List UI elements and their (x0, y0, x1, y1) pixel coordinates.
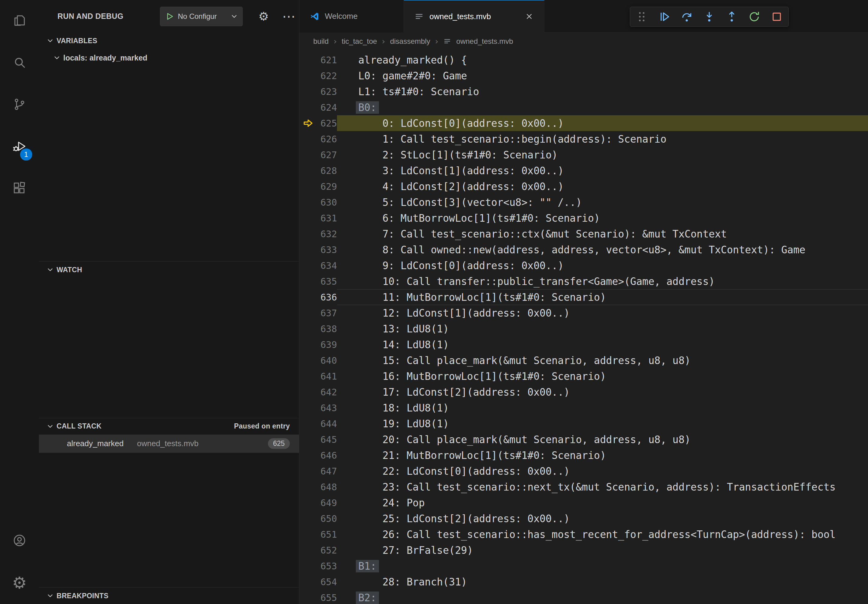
line-text[interactable]: 23: Call test_scenario::next_tx(&mut Sce… (337, 479, 868, 495)
glyph-margin[interactable] (299, 384, 317, 400)
breakpoints-section-header[interactable]: BREAKPOINTS (39, 588, 299, 604)
glyph-margin[interactable] (299, 99, 317, 115)
line-text[interactable]: B1: (337, 558, 868, 574)
line-text[interactable]: 25: LdConst[2](address: 0x00..) (337, 511, 868, 527)
line-text[interactable]: already_marked() { (337, 52, 868, 68)
tab-owned-tests[interactable]: owned_tests.mvb (404, 0, 544, 33)
glyph-margin[interactable] (299, 574, 317, 590)
activity-bar-item-source-control[interactable] (0, 84, 39, 126)
debug-current-line-arrow-icon[interactable] (299, 115, 317, 131)
line-text[interactable]: 7: Call test_scenario::ctx(&mut Scenario… (337, 226, 868, 242)
glyph-margin[interactable] (299, 448, 317, 463)
glyph-margin[interactable] (299, 368, 317, 384)
line-text[interactable]: 17: LdConst[2](address: 0x00..) (337, 384, 868, 400)
line-text[interactable]: 16: MutBorrowLoc[1](ts#1#0: Scenario) (337, 368, 868, 384)
activity-bar-item-explorer[interactable] (0, 0, 39, 42)
glyph-margin[interactable] (299, 337, 317, 353)
tab-welcome[interactable]: Welcome (299, 0, 404, 33)
line-text[interactable]: 10: Call transfer::public_transfer<Game>… (337, 273, 868, 289)
glyph-margin[interactable] (299, 353, 317, 368)
glyph-margin[interactable] (299, 416, 317, 432)
activity-bar-item-search[interactable] (0, 42, 39, 84)
line-text[interactable]: 14: LdU8(1) (337, 337, 868, 353)
glyph-margin[interactable] (299, 147, 317, 163)
glyph-margin[interactable] (299, 163, 317, 178)
line-text[interactable]: 15: Call place_mark(&mut Scenario, addre… (337, 353, 868, 368)
glyph-margin[interactable] (299, 289, 317, 305)
line-text[interactable]: 27: BrFalse(29) (337, 542, 868, 558)
continue-button[interactable] (657, 10, 671, 23)
glyph-margin[interactable] (299, 242, 317, 258)
line-text[interactable]: 6: MutBorrowLoc[1](ts#1#0: Scenario) (337, 210, 868, 226)
line-text[interactable]: L0: game#2#0: Game (337, 68, 868, 84)
call-stack-frame[interactable]: already_marked owned_tests.mvb 625 (39, 435, 299, 453)
line-text[interactable]: L1: ts#1#0: Scenario (337, 84, 868, 99)
line-text[interactable]: 18: LdU8(1) (337, 400, 868, 416)
glyph-margin[interactable] (299, 131, 317, 147)
glyph-margin[interactable] (299, 84, 317, 99)
activity-bar-item-run-and-debug[interactable]: 1 (0, 126, 39, 168)
activity-bar-item-accounts[interactable] (0, 520, 39, 562)
call-stack-section-header[interactable]: CALL STACK Paused on entry (39, 418, 299, 435)
line-text[interactable]: 21: MutBorrowLoc[1](ts#1#0: Scenario) (337, 448, 868, 463)
stop-button[interactable] (770, 10, 783, 23)
step-out-button[interactable] (725, 10, 738, 23)
glyph-margin[interactable] (299, 558, 317, 574)
breadcrumb-item-file[interactable]: owned_tests.mvb (456, 37, 513, 46)
glyph-margin[interactable] (299, 52, 317, 68)
glyph-margin[interactable] (299, 258, 317, 273)
watch-section-header[interactable]: WATCH (39, 262, 299, 278)
line-text[interactable]: 19: LdU8(1) (337, 416, 868, 432)
step-over-button[interactable] (680, 10, 693, 23)
line-text[interactable]: 13: LdU8(1) (337, 321, 868, 337)
breadcrumb-item-disassembly[interactable]: disassembly (390, 37, 430, 46)
glyph-margin[interactable] (299, 68, 317, 84)
line-text[interactable]: 2: StLoc[1](ts#1#0: Scenario) (337, 147, 868, 163)
glyph-margin[interactable] (299, 194, 317, 210)
breadcrumb-item-build[interactable]: build (313, 37, 329, 46)
line-text[interactable]: 9: LdConst[0](address: 0x00..) (337, 258, 868, 273)
line-text[interactable]: 8: Call owned::new(address, address, vec… (337, 242, 868, 258)
line-text[interactable]: 3: LdConst[1](address: 0x00..) (337, 163, 868, 178)
glyph-margin[interactable] (299, 226, 317, 242)
toolbar-drag-gripper[interactable] (635, 10, 648, 23)
glyph-margin[interactable] (299, 321, 317, 337)
glyph-margin[interactable] (299, 495, 317, 511)
variables-scope-locals[interactable]: locals: already_marked (39, 49, 299, 67)
glyph-margin[interactable] (299, 542, 317, 558)
activity-bar-item-extensions[interactable] (0, 168, 39, 210)
line-text[interactable]: B0: (337, 99, 868, 115)
glyph-margin[interactable] (299, 527, 317, 542)
glyph-margin[interactable] (299, 178, 317, 194)
line-text[interactable]: 22: LdConst[0](address: 0x00..) (337, 463, 868, 479)
line-text[interactable]: 0: LdConst[0](address: 0x00..) (337, 115, 868, 131)
line-text[interactable]: 12: LdConst[1](address: 0x00..) (337, 305, 868, 321)
glyph-margin[interactable] (299, 400, 317, 416)
debug-settings-gear-icon[interactable]: ⚙ (259, 11, 269, 22)
line-text[interactable]: 5: LdConst[3](vector<u8>: "" /..) (337, 194, 868, 210)
glyph-margin[interactable] (299, 305, 317, 321)
more-actions-icon[interactable]: ⋯ (282, 10, 296, 23)
debug-config-dropdown[interactable]: No Configur (160, 7, 243, 26)
glyph-margin[interactable] (299, 590, 317, 604)
line-text[interactable]: 20: Call place_mark(&mut Scenario, addre… (337, 432, 868, 448)
step-into-button[interactable] (702, 10, 716, 23)
restart-button[interactable] (747, 10, 761, 23)
glyph-margin[interactable] (299, 511, 317, 527)
line-text[interactable]: 28: Branch(31) (337, 574, 868, 590)
glyph-margin[interactable] (299, 463, 317, 479)
line-text[interactable]: 26: Call test_scenario::has_most_recent_… (337, 527, 868, 542)
glyph-margin[interactable] (299, 432, 317, 448)
glyph-margin[interactable] (299, 210, 317, 226)
glyph-margin[interactable] (299, 479, 317, 495)
activity-bar-item-settings[interactable]: ⚙ (0, 562, 39, 604)
glyph-margin[interactable] (299, 273, 317, 289)
line-text[interactable]: 24: Pop (337, 495, 868, 511)
close-icon[interactable] (525, 12, 534, 21)
breadcrumb-item-tic-tac-toe[interactable]: tic_tac_toe (342, 37, 377, 46)
line-text[interactable]: 4: LdConst[2](address: 0x00..) (337, 178, 868, 194)
line-text[interactable]: 11: MutBorrowLoc[1](ts#1#0: Scenario) (337, 289, 868, 305)
variables-section-header[interactable]: VARIABLES (39, 33, 299, 49)
line-text[interactable]: B2: (337, 590, 868, 604)
line-text[interactable]: 1: Call test_scenario::begin(address): S… (337, 131, 868, 147)
